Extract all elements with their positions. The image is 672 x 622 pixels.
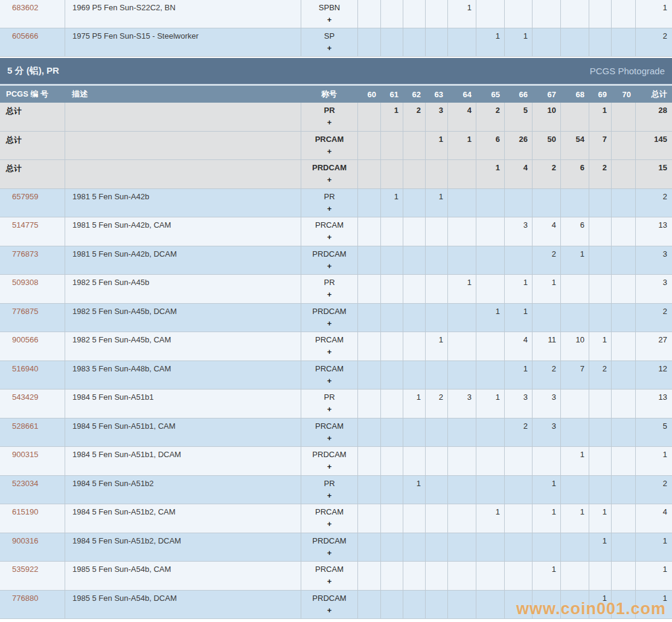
expand-plus-button[interactable]: + (301, 175, 357, 185)
pcgs-number-link[interactable]: 528661 (0, 422, 38, 431)
designation-label: PRCAM (301, 220, 357, 230)
expand-plus-button[interactable]: + (301, 462, 357, 472)
expand-plus-button[interactable]: + (301, 147, 357, 156)
grade-count-cell (357, 447, 380, 475)
designation-label: PRCAM (301, 335, 357, 345)
table-row: 6056661975 P5 Fen Sun-S15 - SteelworkerS… (0, 28, 672, 57)
grade-count-cell (476, 476, 504, 504)
expand-plus-button[interactable]: + (301, 319, 357, 329)
grade-count-cell: 6 (560, 217, 589, 246)
expand-plus-button[interactable]: + (301, 15, 357, 25)
pcgs-number-link[interactable]: 776873 (0, 249, 38, 258)
description-cell: 1984 5 Fen Sun-A51b2, DCAM (65, 533, 301, 562)
grade-count-cell (380, 132, 403, 160)
grade-count-cell (425, 304, 447, 332)
expand-plus-button[interactable]: + (301, 232, 357, 242)
grade-count-cell: 1 (403, 476, 425, 504)
table-row: 7768731981 5 Fen Sun-A42b, DCAMPRDCAM+21… (0, 246, 672, 275)
row-total-cell: 1 (635, 0, 672, 28)
expand-plus-button[interactable]: + (301, 376, 357, 386)
totals-label: 总计 (0, 135, 22, 146)
pcgs-number-link[interactable]: 516940 (0, 364, 38, 373)
pcgs-number-link[interactable]: 535922 (0, 565, 38, 574)
description-cell: 1982 5 Fen Sun-A45b, CAM (65, 332, 301, 361)
grade-count-cell: 1 (504, 304, 532, 332)
grade-count-cell (380, 275, 403, 303)
grade-count-cell: 1 (532, 275, 560, 303)
grade-count-cell: 1 (447, 275, 476, 303)
grade-count-cell: 1 (504, 28, 532, 56)
data-rows-section: 6579591981 5 Fen Sun-A42bPR+112514775198… (0, 189, 672, 620)
description-cell: 1985 5 Fen Sun-A54b, CAM (65, 562, 301, 590)
grade-count-cell: 5 (504, 103, 532, 131)
grade-column-header: 70 (611, 90, 635, 99)
designation-label: PRCAM (301, 364, 357, 374)
designation-label: PRDCAM (301, 536, 357, 546)
id-cell: 657959 (0, 189, 65, 217)
grade-count-cell (380, 361, 403, 390)
id-cell: 543429 (0, 390, 65, 418)
grade-count-cell: 1 (476, 390, 504, 418)
pcgs-number-link[interactable]: 900566 (0, 335, 38, 344)
coin-description: 1981 5 Fen Sun-A42b (72, 192, 149, 201)
grade-count-cell (380, 591, 403, 619)
grade-count-cell: 3 (425, 103, 447, 131)
grade-count-cell (532, 28, 560, 56)
expand-plus-button[interactable]: + (301, 577, 357, 586)
row-total-cell: 27 (635, 332, 672, 361)
pcgs-number-link[interactable]: 900315 (0, 450, 38, 459)
grade-count-cell (425, 28, 447, 56)
grade-count-cell (611, 217, 635, 246)
designation-cell: PRDCAM+ (301, 304, 357, 332)
expand-plus-button[interactable]: + (301, 606, 357, 615)
expand-plus-button[interactable]: + (301, 43, 357, 53)
pcgs-number-link[interactable]: 776875 (0, 307, 38, 316)
grade-count-cell: 2 (504, 418, 532, 447)
grade-count-cell (476, 217, 504, 246)
grade-count-cell (532, 447, 560, 475)
expand-plus-button[interactable]: + (301, 548, 357, 558)
grade-count-cell (447, 217, 476, 246)
description-cell: 1969 P5 Fen Sun-S22C2, BN (65, 0, 301, 28)
grade-count-cell (589, 189, 611, 217)
expand-plus-button[interactable]: + (301, 434, 357, 443)
grade-count-cell: 54 (560, 132, 589, 160)
expand-plus-button[interactable]: + (301, 405, 357, 414)
grade-column-header: 67 (532, 90, 560, 99)
table-row: 5230341984 5 Fen Sun-A51b2PR+112 (0, 476, 672, 505)
pcgs-number-link[interactable]: 683602 (0, 3, 38, 12)
id-cell: 615190 (0, 504, 65, 533)
grade-count-cell (447, 447, 476, 475)
grade-count-cell (532, 189, 560, 217)
expand-plus-button[interactable]: + (301, 519, 357, 529)
coin-description: 1982 5 Fen Sun-A45b, CAM (72, 335, 171, 344)
pcgs-number-link[interactable]: 615190 (0, 507, 38, 516)
grade-count-cell: 1 (589, 103, 611, 131)
description-cell: 1984 5 Fen Sun-A51b2 (65, 476, 301, 504)
expand-plus-button[interactable]: + (301, 290, 357, 300)
expand-plus-button[interactable]: + (301, 204, 357, 214)
grade-count-cell: 7 (589, 132, 611, 160)
pcgs-number-link[interactable]: 900316 (0, 536, 38, 545)
grade-count-cell (357, 160, 380, 188)
designation-label: PRDCAM (301, 450, 357, 460)
pcgs-number-link[interactable]: 605666 (0, 31, 38, 40)
grade-count-cell: 1 (589, 591, 611, 619)
grade-count-cell (589, 275, 611, 303)
pcgs-photograde-link[interactable]: PCGS Photograde (590, 66, 665, 76)
pcgs-number-link[interactable]: 523034 (0, 479, 38, 488)
grade-count-cell: 2 (403, 103, 425, 131)
grade-count-cell (589, 390, 611, 418)
grade-count-cell (425, 504, 447, 533)
row-total-cell: 1 (635, 447, 672, 475)
expand-plus-button[interactable]: + (301, 347, 357, 357)
designation-label: PR (301, 278, 357, 287)
expand-plus-button[interactable]: + (301, 491, 357, 501)
expand-plus-button[interactable]: + (301, 261, 357, 271)
pcgs-number-link[interactable]: 776880 (0, 594, 38, 603)
pcgs-number-link[interactable]: 657959 (0, 192, 38, 201)
expand-plus-button[interactable]: + (301, 118, 357, 127)
pcgs-number-link[interactable]: 509308 (0, 278, 38, 287)
pcgs-number-link[interactable]: 514775 (0, 220, 38, 229)
pcgs-number-link[interactable]: 543429 (0, 393, 38, 402)
